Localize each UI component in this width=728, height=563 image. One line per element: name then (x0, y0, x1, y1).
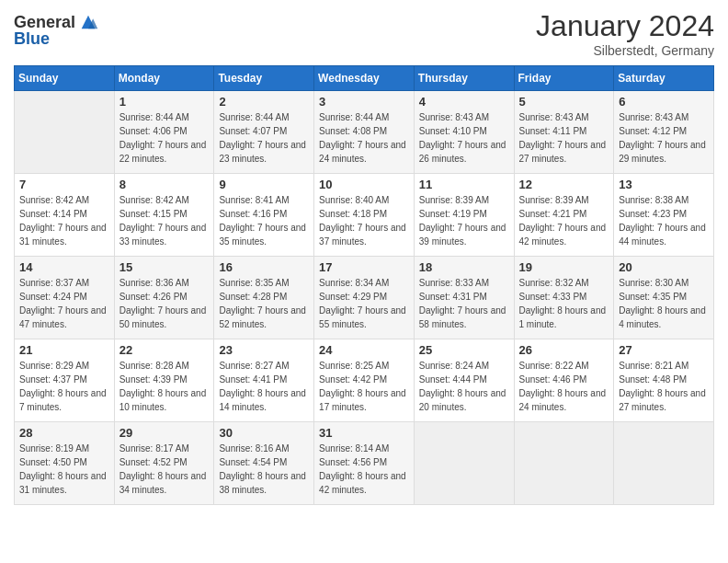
logo: General Blue (14, 14, 98, 47)
calendar-cell: 27Sunrise: 8:21 AMSunset: 4:48 PMDayligh… (614, 339, 714, 422)
day-info: Sunrise: 8:30 AMSunset: 4:35 PMDaylight:… (619, 278, 706, 329)
calendar-cell: 21Sunrise: 8:29 AMSunset: 4:37 PMDayligh… (15, 339, 115, 422)
day-info: Sunrise: 8:43 AMSunset: 4:11 PMDaylight:… (519, 112, 607, 164)
day-number: 10 (319, 178, 409, 191)
day-info: Sunrise: 8:38 AMSunset: 4:23 PMDaylight:… (619, 195, 706, 247)
calendar-cell: 3Sunrise: 8:44 AMSunset: 4:08 PMDaylight… (314, 91, 415, 174)
day-number: 3 (319, 95, 409, 109)
day-info: Sunrise: 8:36 AMSunset: 4:26 PMDaylight:… (119, 278, 207, 329)
day-number: 12 (519, 178, 609, 191)
header-sunday: Sunday (15, 66, 115, 91)
calendar-cell: 8Sunrise: 8:42 AMSunset: 4:15 PMDaylight… (114, 174, 214, 257)
day-number: 8 (119, 178, 210, 191)
calendar-cell: 22Sunrise: 8:28 AMSunset: 4:39 PMDayligh… (114, 339, 214, 422)
day-info: Sunrise: 8:33 AMSunset: 4:31 PMDaylight:… (419, 278, 506, 329)
day-number: 5 (519, 95, 609, 109)
day-number: 7 (19, 178, 109, 191)
day-info: Sunrise: 8:17 AMSunset: 4:52 PMDaylight:… (119, 443, 207, 495)
location-subtitle: Silberstedt, Germany (536, 43, 714, 58)
logo-general-text: General (14, 14, 75, 30)
calendar-cell: 7Sunrise: 8:42 AMSunset: 4:14 PMDaylight… (15, 174, 115, 257)
calendar-cell: 14Sunrise: 8:37 AMSunset: 4:24 PMDayligh… (15, 257, 115, 339)
calendar-cell: 18Sunrise: 8:33 AMSunset: 4:31 PMDayligh… (414, 257, 514, 339)
calendar-week-1: 7Sunrise: 8:42 AMSunset: 4:14 PMDaylight… (15, 174, 714, 257)
day-info: Sunrise: 8:39 AMSunset: 4:19 PMDaylight:… (419, 195, 506, 247)
day-number: 16 (219, 260, 309, 274)
day-info: Sunrise: 8:44 AMSunset: 4:08 PMDaylight:… (319, 112, 406, 164)
header-monday: Monday (114, 66, 214, 91)
calendar-cell: 16Sunrise: 8:35 AMSunset: 4:28 PMDayligh… (214, 257, 314, 339)
day-info: Sunrise: 8:42 AMSunset: 4:14 PMDaylight:… (19, 195, 107, 247)
month-year-title: January 2024 (536, 9, 714, 43)
header-friday: Friday (514, 66, 614, 91)
day-number: 17 (319, 260, 409, 274)
day-info: Sunrise: 8:28 AMSunset: 4:39 PMDaylight:… (119, 361, 207, 412)
day-info: Sunrise: 8:32 AMSunset: 4:33 PMDaylight:… (519, 278, 607, 329)
day-number: 15 (119, 260, 210, 274)
calendar-cell: 25Sunrise: 8:24 AMSunset: 4:44 PMDayligh… (414, 339, 514, 422)
day-number: 27 (619, 343, 709, 357)
day-info: Sunrise: 8:14 AMSunset: 4:56 PMDaylight:… (319, 443, 406, 495)
calendar-cell (614, 422, 714, 505)
calendar-cell: 24Sunrise: 8:25 AMSunset: 4:42 PMDayligh… (314, 339, 415, 422)
day-info: Sunrise: 8:22 AMSunset: 4:46 PMDaylight:… (519, 361, 607, 412)
day-info: Sunrise: 8:41 AMSunset: 4:16 PMDaylight:… (219, 195, 306, 247)
header-tuesday: Tuesday (214, 66, 314, 91)
calendar-cell: 23Sunrise: 8:27 AMSunset: 4:41 PMDayligh… (214, 339, 314, 422)
day-number: 9 (219, 178, 309, 191)
day-info: Sunrise: 8:34 AMSunset: 4:29 PMDaylight:… (319, 278, 406, 329)
calendar-cell: 10Sunrise: 8:40 AMSunset: 4:18 PMDayligh… (314, 174, 415, 257)
day-number: 28 (19, 426, 109, 440)
day-number: 13 (619, 178, 709, 191)
calendar-cell: 31Sunrise: 8:14 AMSunset: 4:56 PMDayligh… (314, 422, 415, 505)
calendar-cell: 30Sunrise: 8:16 AMSunset: 4:54 PMDayligh… (214, 422, 314, 505)
day-number: 23 (219, 343, 309, 357)
day-number: 6 (619, 95, 709, 109)
day-info: Sunrise: 8:29 AMSunset: 4:37 PMDaylight:… (19, 361, 107, 412)
day-info: Sunrise: 8:43 AMSunset: 4:10 PMDaylight:… (419, 112, 506, 164)
logo-blue-text: Blue (14, 30, 75, 47)
calendar-cell (514, 422, 614, 505)
calendar-cell: 11Sunrise: 8:39 AMSunset: 4:19 PMDayligh… (414, 174, 514, 257)
day-number: 31 (319, 426, 409, 440)
calendar-cell: 9Sunrise: 8:41 AMSunset: 4:16 PMDaylight… (214, 174, 314, 257)
day-number: 24 (319, 343, 409, 357)
day-info: Sunrise: 8:16 AMSunset: 4:54 PMDaylight:… (219, 443, 306, 495)
calendar-cell: 28Sunrise: 8:19 AMSunset: 4:50 PMDayligh… (15, 422, 115, 505)
day-info: Sunrise: 8:40 AMSunset: 4:18 PMDaylight:… (319, 195, 406, 247)
day-number: 26 (519, 343, 609, 357)
day-info: Sunrise: 8:44 AMSunset: 4:07 PMDaylight:… (219, 112, 306, 164)
calendar-cell: 5Sunrise: 8:43 AMSunset: 4:11 PMDaylight… (514, 91, 614, 174)
calendar-cell: 2Sunrise: 8:44 AMSunset: 4:07 PMDaylight… (214, 91, 314, 174)
calendar-cell (15, 91, 115, 174)
calendar-table: SundayMondayTuesdayWednesdayThursdayFrid… (14, 65, 714, 505)
day-number: 22 (119, 343, 210, 357)
day-number: 1 (119, 95, 210, 109)
calendar-header-row: SundayMondayTuesdayWednesdayThursdayFrid… (15, 66, 714, 91)
calendar-week-4: 28Sunrise: 8:19 AMSunset: 4:50 PMDayligh… (15, 422, 714, 505)
day-number: 20 (619, 260, 709, 274)
title-block: January 2024 Silberstedt, Germany (536, 9, 714, 58)
page-header: General Blue January 2024 Silberstedt, G… (14, 9, 714, 58)
calendar-cell: 20Sunrise: 8:30 AMSunset: 4:35 PMDayligh… (614, 257, 714, 339)
calendar-week-3: 21Sunrise: 8:29 AMSunset: 4:37 PMDayligh… (15, 339, 714, 422)
day-info: Sunrise: 8:42 AMSunset: 4:15 PMDaylight:… (119, 195, 207, 247)
calendar-cell: 12Sunrise: 8:39 AMSunset: 4:21 PMDayligh… (514, 174, 614, 257)
header-thursday: Thursday (414, 66, 514, 91)
day-info: Sunrise: 8:27 AMSunset: 4:41 PMDaylight:… (219, 361, 306, 412)
calendar-cell (414, 422, 514, 505)
calendar-week-2: 14Sunrise: 8:37 AMSunset: 4:24 PMDayligh… (15, 257, 714, 339)
day-number: 29 (119, 426, 210, 440)
calendar-cell: 26Sunrise: 8:22 AMSunset: 4:46 PMDayligh… (514, 339, 614, 422)
day-number: 2 (219, 95, 309, 109)
day-number: 11 (419, 178, 509, 191)
day-number: 30 (219, 426, 309, 440)
header-wednesday: Wednesday (314, 66, 415, 91)
day-info: Sunrise: 8:37 AMSunset: 4:24 PMDaylight:… (19, 278, 107, 329)
calendar-cell: 19Sunrise: 8:32 AMSunset: 4:33 PMDayligh… (514, 257, 614, 339)
day-info: Sunrise: 8:24 AMSunset: 4:44 PMDaylight:… (419, 361, 506, 412)
calendar-cell: 13Sunrise: 8:38 AMSunset: 4:23 PMDayligh… (614, 174, 714, 257)
day-info: Sunrise: 8:25 AMSunset: 4:42 PMDaylight:… (319, 361, 406, 412)
day-info: Sunrise: 8:39 AMSunset: 4:21 PMDaylight:… (519, 195, 607, 247)
logo-icon (78, 12, 98, 32)
